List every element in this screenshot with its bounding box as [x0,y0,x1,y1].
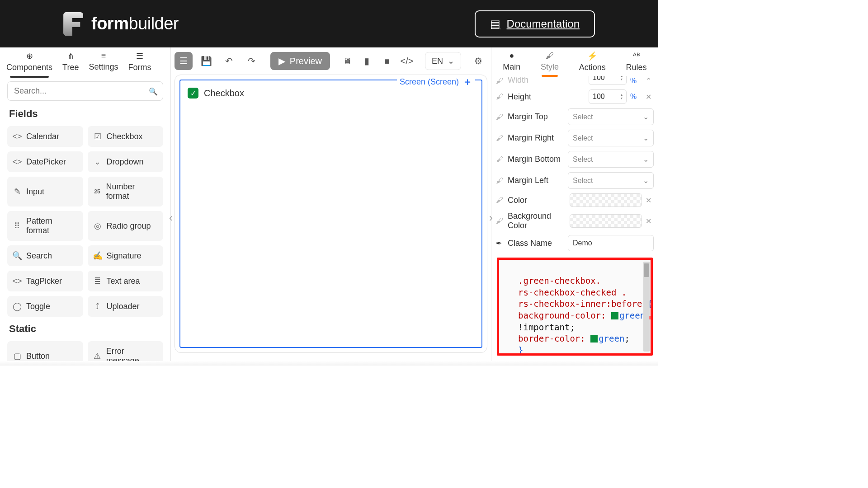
field-number-format[interactable]: 25Number format [88,177,164,206]
chevron-down-icon: ⌄ [643,155,649,164]
tab-rules[interactable]: ᴬᴮRules [626,51,647,76]
height-input[interactable]: 100▴▾ [589,89,627,104]
section-fields: Fields [0,105,170,122]
prop-bgcolor: 🖌 Background Color ✕ [496,211,654,230]
field-checkbox[interactable]: ☑Checkbox [88,126,164,147]
custom-css-editor[interactable]: .green-checkbox. rs-checkbox-checked . r… [497,258,653,356]
collapse-left[interactable]: ‹ [169,211,173,224]
clear-icon[interactable]: ✕ [646,217,654,225]
center-panel: ☰ 💾 ↶ ↷ ▶Preview 🖥 ▮ ■ </> EN⌄ ⚙ ‹ › [171,47,491,361]
undo-button[interactable]: ↶ [220,52,238,70]
tab-components[interactable]: ⊕Components [6,51,52,77]
static-error[interactable]: ⚠Error message [88,341,164,361]
prop-width: 🖌 Width 100▴▾ % ⌃ [496,76,654,85]
tab-settings[interactable]: ≡Settings [89,51,118,77]
clear-icon[interactable]: ⌃ [646,76,654,85]
plus-circle-icon: ⊕ [26,51,33,61]
field-textarea[interactable]: ≣Text area [88,271,164,291]
clear-icon[interactable]: ✕ [646,196,654,205]
height-unit[interactable]: % [630,93,642,101]
scrollbar[interactable] [643,262,650,352]
field-radio-group[interactable]: ◎Radio group [88,211,164,241]
undo-icon: ↶ [225,56,233,66]
signature-icon: ✍ [93,251,102,261]
language-select[interactable]: EN⌄ [425,52,461,70]
canvas: Screen (Screen) ＋ ✓ Checkbox [175,75,487,353]
clear-icon[interactable]: ✕ [646,93,654,101]
tab-main[interactable]: ●Main [503,51,520,76]
chevron-down-icon: ⌄ [643,134,649,142]
color-swatch-icon [611,312,618,319]
field-tagpicker[interactable]: <>TagPicker [7,271,83,291]
save-icon: 💾 [201,56,212,66]
upload-icon: ⤴ [93,302,102,311]
margin-right-select[interactable]: Select⌄ [568,130,654,146]
field-signature[interactable]: ✍Signature [88,245,164,266]
screen-label: Screen (Screen) ＋ [397,75,475,89]
brush-icon: 🖌 [496,77,504,85]
static-button[interactable]: ▢Button [7,341,83,361]
documentation-label: Documentation [507,18,580,30]
field-toggle[interactable]: ◯Toggle [7,296,83,317]
color-swatch-icon [590,335,598,343]
tab-tree[interactable]: ⋔Tree [62,51,79,77]
field-datepicker[interactable]: <>DatePicker [7,151,83,172]
sliders-icon: ≡ [101,51,106,61]
menu-button[interactable]: ☰ [175,52,193,70]
textarea-icon: ≣ [93,276,102,286]
checkbox-component[interactable]: ✓ Checkbox [188,88,474,99]
brush-icon: 🖌 [496,217,504,225]
field-input[interactable]: ✎Input [7,177,83,206]
tab-forms[interactable]: ☰Forms [128,51,151,77]
settings-gear[interactable]: ⚙ [469,52,487,70]
width-input[interactable]: 100▴▾ [589,76,627,85]
search-input[interactable] [7,81,163,101]
screen-frame[interactable]: Screen (Screen) ＋ ✓ Checkbox [179,80,482,348]
documentation-button[interactable]: ▤ Documentation [475,10,595,38]
topbar: formbuilder ▤ Documentation [0,0,658,47]
bgcolor-swatch[interactable] [570,214,642,228]
code-view[interactable]: </> [398,52,416,70]
logo-icon [63,12,83,36]
play-square-icon: ▢ [13,351,22,361]
redo-button[interactable]: ↷ [242,52,260,70]
brush-icon: 🖌 [496,134,504,142]
tab-style[interactable]: 🖌Style [541,51,559,76]
add-screen-icon[interactable]: ＋ [462,75,472,89]
field-search[interactable]: 🔍Search [7,245,83,266]
tree-icon: ⋔ [67,51,74,61]
prop-margin-bottom: 🖌 Margin Bottom Select⌄ [496,151,654,168]
field-dropdown[interactable]: ⌄Dropdown [88,151,164,172]
field-pattern-format[interactable]: ⠿Pattern format [7,211,83,241]
field-uploader[interactable]: ⤴Uploader [88,296,164,317]
tab-actions[interactable]: ⚡Actions [579,51,606,76]
field-calendar[interactable]: <>Calendar [7,126,83,147]
collapse-right[interactable]: › [489,211,493,224]
left-panel: ⊕Components ⋔Tree ≡Settings ☰Forms 🔍 Fie… [0,47,171,361]
width-unit[interactable]: % [630,77,642,85]
edit-icon: ✎ [13,187,22,197]
margin-bottom-select[interactable]: Select⌄ [568,151,654,168]
brush-icon: 🖌 [496,177,504,185]
save-button[interactable]: 💾 [197,52,215,70]
circle-icon: ● [509,51,514,61]
chevron-down-icon: ⌄ [448,56,454,66]
color-swatch[interactable] [570,193,642,207]
device-tablet[interactable]: ■ [378,52,396,70]
brush-icon: 🖌 [496,196,504,204]
classname-input[interactable]: Demo [568,235,654,251]
chevron-down-icon: ⌄ [643,113,649,121]
style-properties: 🖌 Width 100▴▾ % ⌃ 🖌 Height 100▴▾ % ✕ 🖌 M… [491,76,658,361]
mobile-icon: ▮ [364,56,369,66]
section-static: Static [0,320,170,338]
warning-icon: ⚠ [93,351,102,361]
preview-button[interactable]: ▶Preview [270,52,330,70]
device-mobile[interactable]: ▮ [358,52,376,70]
play-icon: ▶ [278,56,285,66]
search-icon: 🔍 [13,251,22,261]
brand: formbuilder [63,12,179,36]
device-desktop[interactable]: 🖥 [338,52,356,70]
code-icon: <> [13,157,22,167]
margin-top-select[interactable]: Select⌄ [568,108,654,125]
margin-left-select[interactable]: Select⌄ [568,172,654,189]
